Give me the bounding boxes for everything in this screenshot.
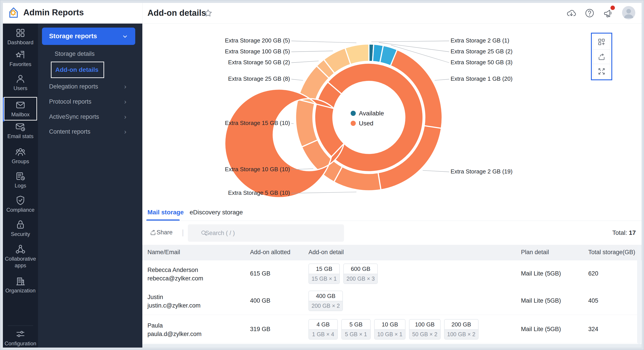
- sidebar-item-collaborative-apps[interactable]: Collaborative apps: [3, 244, 38, 269]
- addon-allotted-value: 615 GB: [250, 270, 270, 277]
- chart-label: Extra Storage 200 GB (5): [197, 37, 290, 44]
- used-legend-label: Used: [359, 120, 373, 127]
- legend-item-used[interactable]: Used: [351, 118, 404, 128]
- addon-chip-value: 10 GB: [375, 319, 405, 329]
- donut-outer-segment-7[interactable]: [296, 99, 318, 147]
- chart-label-leader-line: [434, 79, 449, 80]
- sidebar-item-storage-details[interactable]: Storage details: [55, 51, 94, 57]
- chart-label: Extra Storage 5 GB (10): [197, 190, 290, 196]
- chart-label: Extra Storage 50 GB (3): [450, 59, 512, 66]
- tab-mail-storage[interactable]: Mail storage: [148, 209, 184, 216]
- favorite-star-icon[interactable]: [204, 9, 212, 18]
- user-email: paula.d@zylker.com: [148, 330, 202, 338]
- addon-chip-detail: 200 GB × 3: [344, 274, 377, 283]
- addon-detail-chips: 15 GB 15 GB × 1 600 GB 200 GB × 3: [308, 263, 378, 284]
- sidebar-item-email-stats[interactable]: Email stats: [3, 122, 38, 140]
- user-name: Justin: [148, 293, 200, 301]
- vertical-scrollbar[interactable]: [637, 245, 641, 344]
- sidebar-section-content-reports[interactable]: Content reports ›: [42, 125, 136, 138]
- addon-chip: 5 GB 5 GB × 1: [341, 319, 371, 339]
- sidebar-item-groups[interactable]: Groups: [3, 147, 38, 165]
- user-email: justin.c@zylker.com: [148, 301, 200, 310]
- chevron-down-icon: [122, 34, 128, 39]
- sidebar-item-security[interactable]: Security: [3, 220, 38, 238]
- col-addon-allotted: Add-on allotted: [250, 249, 290, 256]
- chevron-right-icon: ›: [124, 128, 126, 135]
- tab-ediscovery-storage[interactable]: eDiscovery storage: [190, 209, 243, 216]
- sidebar-item-favorites[interactable]: Favorites: [3, 50, 38, 68]
- search-box: [188, 224, 344, 242]
- addon-allotted-value: 400 GB: [250, 297, 270, 304]
- user-email: rebecca@zylker.com: [148, 274, 203, 283]
- total-storage-value: 405: [588, 297, 598, 304]
- chevron-right-icon: ›: [124, 83, 126, 90]
- addon-chip-value: 4 GB: [309, 319, 337, 329]
- table-row[interactable]: Justin justin.c@zylker.com 400 GB 400 GB…: [142, 287, 642, 315]
- addon-detail-chips: 400 GB 200 GB × 2: [308, 291, 343, 311]
- sidebar-item-compliance[interactable]: Compliance: [3, 195, 38, 213]
- add-to-dashboard-button[interactable]: [593, 35, 610, 49]
- users-icon: [15, 74, 26, 84]
- download-icon[interactable]: [566, 8, 576, 18]
- sidebar-section-activesync-reports[interactable]: ActiveSync reports ›: [42, 110, 136, 124]
- admin-reports-logo-icon: [7, 6, 20, 19]
- chart-label: Extra Storage 1 GB (20): [450, 75, 512, 82]
- chart-widget-toolbar: [591, 33, 612, 80]
- table-row[interactable]: Rebecca Anderson rebecca@zylker.com 615 …: [142, 260, 642, 288]
- table-row[interactable]: Paula paula.d@zylker.com 319 GB 4 GB 1 G…: [142, 316, 642, 343]
- addon-chip: 600 GB 200 GB × 3: [343, 263, 378, 284]
- fullscreen-button[interactable]: [593, 64, 610, 79]
- chart-label-leader-line: [371, 41, 449, 42]
- favorites-icon: [15, 50, 26, 60]
- chart-label-leader-line: [291, 61, 319, 63]
- sidebar-item-dashboard[interactable]: Dashboard: [3, 28, 38, 46]
- dashboard-icon: [15, 28, 26, 38]
- avatar[interactable]: [622, 6, 635, 19]
- addon-chip-detail: 15 GB × 1: [309, 274, 339, 283]
- chart-label: Extra Storage 25 GB (2): [450, 48, 512, 55]
- legend-item-available[interactable]: Available: [351, 108, 404, 118]
- total-storage-value: 324: [588, 326, 598, 333]
- addon-chip: 400 GB 200 GB × 2: [308, 291, 343, 311]
- addon-chip-value: 600 GB: [344, 264, 377, 274]
- col-plan-detail: Plan detail: [521, 249, 549, 256]
- col-total-storage: Total storage(GB): [588, 249, 635, 256]
- sidebar-separator: [8, 325, 33, 326]
- addon-chip-value: 200 GB: [444, 319, 478, 329]
- addon-chip-value: 400 GB: [309, 291, 342, 301]
- table-header: Name/Email Add-on allotted Add-on detail…: [142, 245, 642, 260]
- sidebar-item-addon-details[interactable]: Add-on details: [51, 62, 104, 78]
- organization-icon: [15, 276, 26, 286]
- chart-label-leader-line: [291, 41, 356, 43]
- addon-chip-value: 5 GB: [342, 319, 370, 329]
- app-header: [3, 3, 642, 24]
- admin-reports-window: Admin Reports Add-on details Dashboard F…: [0, 0, 644, 350]
- sidebar-item-mailbox[interactable]: Mailbox: [4, 97, 37, 120]
- help-icon[interactable]: [584, 8, 595, 18]
- fullscreen-icon: [597, 67, 606, 76]
- export-chart-button[interactable]: [593, 49, 610, 64]
- share-label: Share: [156, 229, 172, 236]
- addon-chip-detail: 10 GB × 1: [375, 329, 405, 339]
- sidebar-item-storage-reports[interactable]: Storage reports: [42, 28, 135, 45]
- used-legend-dot: [351, 121, 356, 126]
- chart-label-leader-line: [291, 51, 333, 52]
- sidebar-section-delegation-reports[interactable]: Delegation reports ›: [42, 80, 136, 93]
- chart-label: Extra Storage 100 GB (5): [197, 48, 290, 55]
- sidebar-item-logs[interactable]: Logs: [3, 171, 38, 189]
- sidebar-item-organization[interactable]: Organization: [3, 276, 38, 294]
- chevron-right-icon: ›: [124, 98, 126, 105]
- horizontal-scrollbar[interactable]: [142, 344, 642, 347]
- sidebar-item-configuration[interactable]: Configuration: [3, 329, 38, 347]
- sidebar-item-users[interactable]: Users: [3, 74, 38, 92]
- chart-label: Extra Storage 25 GB (8): [197, 75, 290, 82]
- app-title: Admin Reports: [23, 8, 84, 17]
- chart-label: Extra Storage 15 GB (10): [197, 120, 290, 126]
- sidebar-section-protocol-reports[interactable]: Protocol reports ›: [42, 95, 136, 108]
- tabs-divider: [142, 221, 642, 221]
- chart-label: Extra Storage 10 GB (10): [197, 166, 290, 173]
- share-button[interactable]: Share: [150, 229, 172, 236]
- search-input[interactable]: [205, 230, 330, 237]
- available-legend-dot: [351, 111, 356, 116]
- addon-chip-detail: 5 GB × 1: [342, 329, 370, 339]
